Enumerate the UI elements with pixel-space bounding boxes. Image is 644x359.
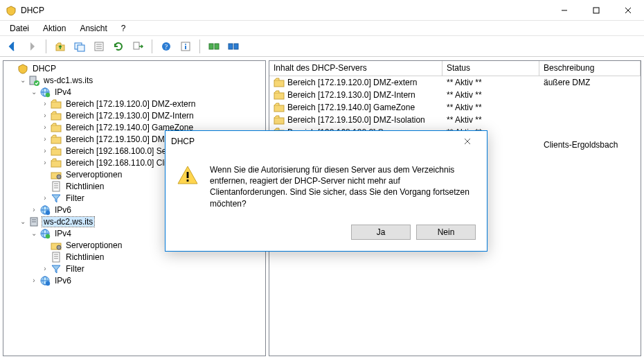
expander-icon[interactable]: ⌄ <box>28 87 39 98</box>
scope-icon <box>51 134 62 145</box>
policies-icon <box>51 181 62 192</box>
expander-icon[interactable]: › <box>39 193 51 204</box>
tree-node-label: IPv6 <box>53 276 73 286</box>
filter-icon <box>51 193 62 204</box>
cell-contents: Bereich [172.19.140.0] GameZone <box>287 103 415 112</box>
app-icon <box>6 5 17 16</box>
cell-contents: Bereich [172.19.130.0] DMZ-Intern <box>287 90 415 100</box>
close-button[interactable] <box>612 0 644 21</box>
list-row[interactable]: Bereich [172.19.130.0] DMZ-Intern** Akti… <box>269 89 641 101</box>
list-row[interactable]: Bereich [172.19.120.0] DMZ-extern** Akti… <box>269 76 641 89</box>
dialog-text: Wenn Sie die Autorisierung für diesen Se… <box>210 164 476 209</box>
toolbar-separator <box>152 40 152 53</box>
tree-node[interactable]: ›Filter <box>3 263 265 274</box>
tree-node-label: Filter <box>64 264 86 274</box>
yes-button[interactable]: Ja <box>351 225 411 240</box>
tree-node[interactable]: ›Bereich [172.19.120.0] DMZ-extern <box>3 98 265 110</box>
tree-node-label: IPv4 <box>53 229 73 238</box>
toolbar-separator <box>199 40 200 53</box>
expander-icon[interactable]: › <box>39 134 51 145</box>
toolbar <box>0 36 644 57</box>
expander-icon[interactable]: › <box>39 122 51 133</box>
help-button[interactable] <box>158 38 175 55</box>
list-header: Inhalt des DHCP-Servers Status Beschreib… <box>269 61 641 76</box>
expander-icon[interactable]: ⌄ <box>17 75 28 86</box>
list-row[interactable]: Bereich [172.19.140.0] GameZone** Aktiv … <box>269 101 641 114</box>
tree-node-label: Serveroptionen <box>64 170 123 180</box>
col-description[interactable]: Beschreibung <box>539 61 641 76</box>
maximize-button[interactable] <box>580 0 612 21</box>
export-button[interactable] <box>129 38 146 55</box>
new-window-button[interactable] <box>71 38 88 55</box>
scope-icon <box>51 146 62 157</box>
properties-button[interactable] <box>91 38 107 55</box>
titlebar: DHCP <box>0 0 644 21</box>
expander-icon[interactable]: › <box>39 146 51 157</box>
expander-icon[interactable]: ⌄ <box>28 228 39 239</box>
scope-icon <box>274 102 285 113</box>
options-icon <box>51 169 62 180</box>
info-icon <box>180 41 191 52</box>
menu-file[interactable]: Datei <box>3 22 36 35</box>
info-button[interactable] <box>177 38 194 55</box>
forward-button[interactable] <box>24 38 40 55</box>
cell-description: äußere DMZ <box>544 78 590 87</box>
list-row[interactable]: Bereich [172.19.150.0] DMZ-Isolation** A… <box>269 114 641 126</box>
cell-status: ** Aktiv ** <box>447 90 482 100</box>
ipv4-icon <box>39 228 51 239</box>
scope-icon <box>51 122 62 133</box>
confirm-dialog: DHCP Wenn Sie die Autorisierung für dies… <box>165 130 488 252</box>
col-contents[interactable]: Inhalt des DHCP-Servers <box>269 61 442 76</box>
expander-icon[interactable]: › <box>39 263 51 274</box>
ipv4-icon <box>39 87 51 98</box>
tree-node[interactable]: ›IPv6 <box>3 274 265 286</box>
minimize-button[interactable] <box>548 0 580 21</box>
tree-node-label: ws-dc2.ws.its <box>42 217 94 227</box>
expander-icon[interactable]: › <box>28 275 39 286</box>
tree-node[interactable]: ⌄ws-dc1.ws.its <box>3 74 265 86</box>
menu-action[interactable]: Aktion <box>36 22 73 35</box>
expander-icon[interactable]: ⌄ <box>17 216 28 227</box>
cell-status: ** Aktiv ** <box>447 115 482 125</box>
back-icon <box>7 41 18 52</box>
menu-help[interactable]: ? <box>114 22 133 35</box>
policies-icon <box>51 252 62 263</box>
tree-node[interactable]: Richtlinien <box>3 251 265 263</box>
expander-icon[interactable]: › <box>28 204 39 216</box>
back-button[interactable] <box>4 38 21 55</box>
forward-icon <box>26 41 37 52</box>
scope-icon <box>274 114 285 125</box>
menubar: Datei Aktion Ansicht ? <box>0 21 644 36</box>
tree-node-label: Bereich [172.19.130.0] DMZ-Intern <box>64 111 195 121</box>
dhcp-blue-button[interactable] <box>225 38 242 55</box>
tree-node-label: IPv6 <box>53 205 73 215</box>
expander-icon[interactable]: › <box>39 110 51 121</box>
no-button[interactable]: Nein <box>416 225 476 240</box>
dialog-titlebar: DHCP <box>166 131 487 152</box>
expander-icon[interactable]: › <box>39 157 51 168</box>
properties-icon <box>93 41 105 52</box>
tree-node-label: DHCP <box>31 64 57 73</box>
dhcp-green-icon <box>208 41 220 52</box>
refresh-button[interactable] <box>110 38 127 55</box>
up-button[interactable] <box>52 38 69 55</box>
expander-icon[interactable]: › <box>39 98 51 110</box>
server-plain-icon <box>28 216 39 227</box>
cell-status: ** Aktiv ** <box>447 103 482 112</box>
dialog-close-button[interactable] <box>454 133 481 150</box>
cell-description: Clients-Ergoldsbach <box>544 140 618 150</box>
col-status[interactable]: Status <box>442 61 539 76</box>
menu-view[interactable]: Ansicht <box>73 22 114 35</box>
tree-node[interactable]: ›Bereich [172.19.130.0] DMZ-Intern <box>3 110 265 121</box>
tree-node[interactable]: ⌄IPv4 <box>3 86 265 98</box>
toolbar-separator <box>46 40 46 53</box>
dhcp-root-icon <box>17 63 28 74</box>
tree-node[interactable]: DHCP <box>3 62 265 74</box>
dhcp-green-button[interactable] <box>206 38 222 55</box>
export-icon <box>132 41 143 52</box>
up-icon <box>55 41 66 52</box>
scope-icon <box>274 89 285 100</box>
server-ok-icon <box>28 75 39 86</box>
new-window-icon <box>74 41 85 52</box>
scope-icon <box>51 110 62 121</box>
